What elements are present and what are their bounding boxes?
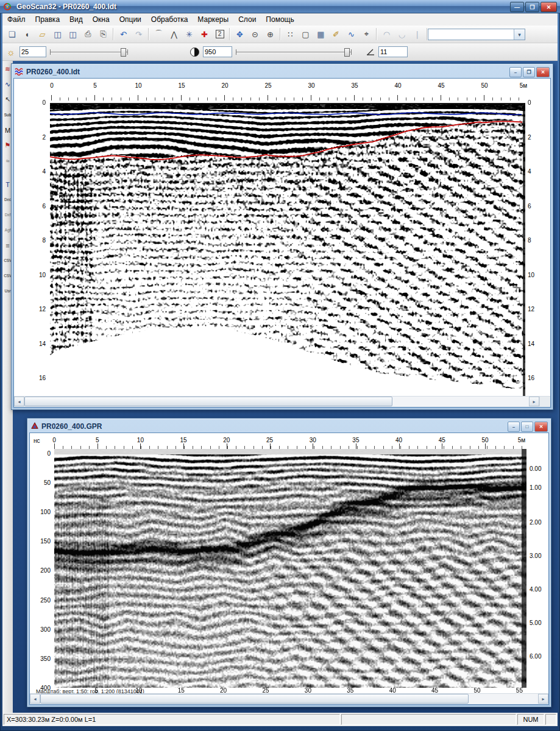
star-filter-button[interactable]: ✳ xyxy=(182,27,197,41)
add-point-button[interactable]: ✚ xyxy=(197,27,212,41)
ldt-top-tick-0: 0 xyxy=(50,82,54,89)
angle-input[interactable] xyxy=(378,46,408,57)
ldt-top-major-tick xyxy=(311,95,311,101)
print-button[interactable]: ⎙ xyxy=(80,27,96,41)
print-preview-button[interactable]: ⎘ xyxy=(96,27,111,41)
gpr-depth-right-5.00: 5.00 xyxy=(530,620,549,626)
gpr-bottom-tick-40: 40 xyxy=(389,687,396,694)
probe-button[interactable]: ⌖ xyxy=(359,27,374,41)
gpr-scrollbar-track[interactable] xyxy=(40,694,538,704)
vertical-line-button[interactable]: ∣ xyxy=(409,27,425,41)
spike-filter-button[interactable]: ⋀ xyxy=(166,27,182,41)
wipe-button[interactable]: ✐ xyxy=(328,27,344,41)
gpr-horizontal-scrollbar[interactable]: ◂ ▸ xyxy=(30,693,548,704)
status-bar: X=303:30.23м Z=0:0.00м L=1 NUM xyxy=(2,713,558,726)
ldt-restore-button[interactable]: ❐ xyxy=(523,67,535,77)
menu-item-2[interactable]: Вид xyxy=(65,14,88,25)
ldt-top-tick-50: 50 xyxy=(481,82,487,89)
gpr-top-tick-5: 5 xyxy=(96,437,99,443)
toolbar-separator xyxy=(148,28,149,40)
trace-pick-button[interactable]: ∿ xyxy=(344,27,359,41)
ldt-titlebar[interactable]: PR0260_400.ldt – ❐ ✕ xyxy=(13,66,551,78)
gpr-top-tick-0: 0 xyxy=(52,437,56,443)
gpr-time-left-250: 250 xyxy=(32,597,51,604)
brightness-input[interactable] xyxy=(19,46,46,57)
gpr-maximize-button[interactable]: □ xyxy=(521,422,533,432)
ldt-scroll-left-button[interactable]: ◂ xyxy=(14,397,24,406)
geoscan32-window: GeoScan32 - PR0260_400.ldt — ❐ ✕ ФайлПра… xyxy=(0,0,560,731)
menu-item-6[interactable]: Маркеры xyxy=(193,14,233,25)
sound-button[interactable]: ◖ xyxy=(19,27,35,41)
ldt-window-title: PR0260_400.ldt xyxy=(26,68,80,76)
undo-button[interactable]: ↶ xyxy=(116,27,131,41)
gpr-scrollbar-thumb[interactable] xyxy=(40,694,469,704)
contrast-slider-handle[interactable] xyxy=(344,48,350,57)
radargram-wiggle-view[interactable] xyxy=(50,103,525,396)
gpr-window-body: нс Масштаб: верт. 1:50; гор. 1:200 (8134… xyxy=(29,433,549,705)
maximize-button[interactable]: ❐ xyxy=(525,2,539,12)
arc-filter-button[interactable]: ⌒ xyxy=(151,27,166,41)
gpr-top-major-tick xyxy=(356,443,356,449)
gpr-time-left-350: 350 xyxy=(32,655,51,662)
gpr-close-button[interactable]: ✕ xyxy=(534,422,548,432)
ldt-depth-right-2: 2 xyxy=(528,134,546,141)
gpr-top-major-tick xyxy=(140,443,141,449)
ldt-top-tick-10: 10 xyxy=(135,82,141,89)
hyperbola-a-button[interactable]: ◠ xyxy=(379,27,394,41)
menu-item-0[interactable]: Файл xyxy=(2,14,30,25)
contrast-slider-track xyxy=(236,52,351,52)
menu-item-5[interactable]: Обработка xyxy=(146,14,193,25)
menu-item-1[interactable]: Правка xyxy=(30,14,65,25)
brightness-slider[interactable] xyxy=(50,47,128,57)
gpr-depth-right-4.00: 4.00 xyxy=(530,586,549,593)
gpr-bottom-tick-15: 15 xyxy=(178,687,185,694)
window-titlebar[interactable]: GeoScan32 - PR0260_400.ldt — ❐ ✕ xyxy=(0,0,560,13)
ldt-minimize-button[interactable]: – xyxy=(509,67,522,77)
zoom-out-button[interactable]: ⊝ xyxy=(247,27,263,41)
layer-combobox[interactable]: ▾ xyxy=(428,29,525,40)
brightness-slider-handle[interactable] xyxy=(121,48,126,57)
ldt-top-major-tick xyxy=(181,95,182,101)
ldt-scrollbar-thumb[interactable] xyxy=(24,397,392,406)
gpr-scroll-left-button[interactable]: ◂ xyxy=(30,694,40,704)
ldt-window: PR0260_400.ldt – ❐ ✕ ◂ ▸ 05101 xyxy=(11,63,553,410)
grid-button[interactable]: ▦ xyxy=(313,27,328,41)
ldt-depth-right-8: 8 xyxy=(528,237,546,244)
contrast-slider[interactable] xyxy=(236,47,352,57)
gpr-time-left-200: 200 xyxy=(32,567,51,574)
close-button[interactable]: ✕ xyxy=(541,2,557,12)
menu-item-8[interactable]: Помощь xyxy=(261,14,299,25)
gpr-bottom-tick-20: 20 xyxy=(220,687,227,694)
zoom-in-button[interactable]: ⊕ xyxy=(263,27,278,41)
ldt-close-button[interactable]: ✕ xyxy=(536,67,550,77)
selection-button[interactable]: ▢ xyxy=(298,27,313,41)
gpr-minimize-button[interactable]: – xyxy=(508,422,520,432)
gpr-window-icon xyxy=(30,422,39,432)
radargram-grayscale-view[interactable] xyxy=(54,449,526,688)
gpr-bottom-tick-50: 50 xyxy=(473,687,480,694)
ldt-top-tick-45: 45 xyxy=(438,82,444,89)
new-file-button[interactable]: ❏ xyxy=(4,27,19,41)
brightness-icon: ☼ xyxy=(6,47,16,57)
menu-item-4[interactable]: Опции xyxy=(115,14,146,25)
window-2-button[interactable]: 2 xyxy=(212,27,227,41)
minimize-button[interactable]: — xyxy=(510,2,524,12)
ldt-top-ruler-minor-ticks xyxy=(51,97,526,101)
save-all-button[interactable]: ◫ xyxy=(65,27,80,41)
gpr-titlebar[interactable]: PR0260_400.GPR – □ ✕ xyxy=(29,420,549,433)
combo-dropdown-icon[interactable]: ▾ xyxy=(514,29,525,40)
ldt-scrollbar-track[interactable] xyxy=(24,397,529,407)
contrast-input[interactable] xyxy=(203,46,232,57)
ldt-scroll-right-button[interactable]: ▸ xyxy=(529,397,539,406)
save-button[interactable]: ◫ xyxy=(50,27,65,41)
hyperbola-b-button[interactable]: ◡ xyxy=(394,27,409,41)
gpr-scroll-right-button[interactable]: ▸ xyxy=(538,694,548,704)
dots-grid-button[interactable]: ∷ xyxy=(283,27,298,41)
open-file-button[interactable]: ▱ xyxy=(35,27,50,41)
menu-item-3[interactable]: Окна xyxy=(88,14,115,25)
menu-item-7[interactable]: Слои xyxy=(233,14,261,25)
redo-button[interactable]: ↷ xyxy=(131,27,146,41)
pan-button[interactable]: ✥ xyxy=(232,27,247,41)
gpr-top-major-tick xyxy=(399,443,400,449)
ldt-horizontal-scrollbar[interactable]: ◂ ▸ xyxy=(14,396,550,407)
